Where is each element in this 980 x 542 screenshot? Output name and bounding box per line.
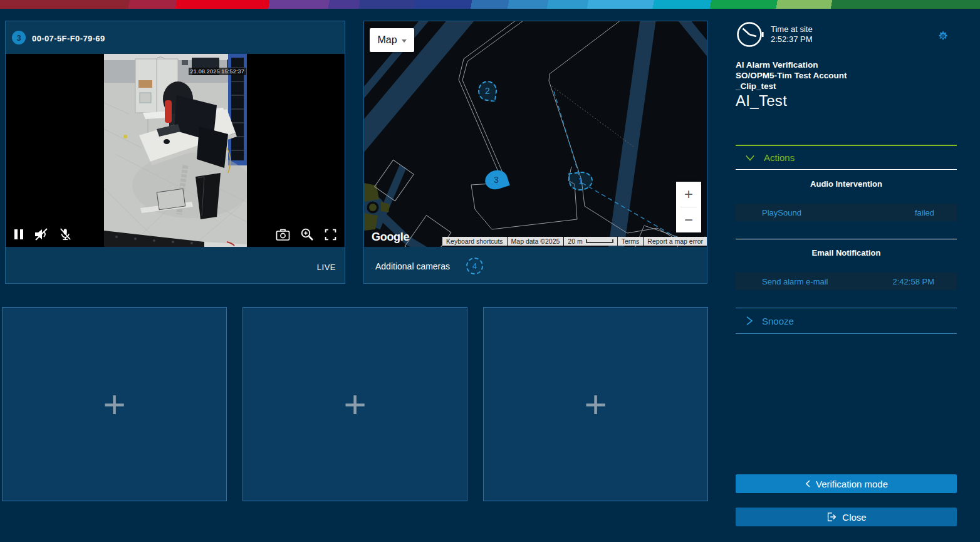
action-row: Send alarm e-mail 2:42:58 PM [736, 273, 957, 290]
chevron-down-icon [744, 153, 756, 163]
camera-snapshot-icon[interactable] [276, 228, 290, 241]
camera-scene-illustration [104, 54, 247, 247]
map-zoom-in-button[interactable]: + [676, 182, 701, 207]
map-type-label: Map [377, 34, 397, 46]
plus-icon: + [343, 385, 366, 424]
alarm-name: AI_Test [736, 92, 787, 110]
snooze-section-header[interactable]: Snooze [736, 308, 957, 334]
chevron-left-icon [805, 479, 811, 488]
action-label: Send alarm e-mail [762, 277, 828, 286]
actions-header-label: Actions [764, 152, 795, 163]
map-scale: 20 m [564, 237, 617, 246]
close-button[interactable]: Close [736, 508, 957, 526]
chevron-right-icon [744, 315, 754, 326]
map-scale-label: 20 m [568, 237, 582, 245]
time-at-site-value: 2:52:37 PM [771, 34, 813, 44]
video-controls-left [13, 227, 72, 241]
close-label: Close [842, 512, 866, 523]
alarm-account: SO/OPM5-Tim Test Account [736, 70, 847, 81]
map-background [364, 21, 707, 247]
fullscreen-icon[interactable] [324, 228, 337, 241]
map-data-label: Map data ©2025 [508, 237, 564, 246]
terms-link[interactable]: Terms [618, 237, 644, 246]
verification-mode-button[interactable]: Verification mode [736, 474, 957, 493]
empty-camera-slot-1[interactable]: + [2, 307, 227, 501]
action-row: PlaySound failed [736, 204, 957, 221]
map-caret-icon [402, 39, 407, 43]
alarm-side-panel: Time at site 2:52:37 PM AI Alarm Verific… [736, 21, 957, 531]
camera-tile: 3 00-07-5F-F0-79-69 [5, 21, 345, 284]
actions-section-header[interactable]: Actions [736, 146, 957, 170]
plus-icon: + [584, 385, 607, 424]
clock-icon [736, 21, 764, 50]
video-controls-right [276, 227, 337, 241]
map-canvas[interactable]: 2 3 1 Map + − Google Keyboard shortcuts … [364, 21, 707, 247]
verification-mode-label: Verification mode [816, 479, 888, 489]
google-logo: Google [372, 231, 409, 244]
alarm-verification-app: { "colors": { "accent_green": "#84BD22",… [0, 0, 980, 542]
alarm-clip: _Clip_test [736, 81, 847, 91]
exit-icon [826, 511, 837, 523]
snooze-header-label: Snooze [762, 316, 794, 326]
map-zoom-control: + − [676, 182, 701, 232]
zoom-in-icon[interactable] [300, 227, 314, 241]
alarm-type: AI Alarm Verification [736, 60, 847, 70]
keyboard-shortcuts-link[interactable]: Keyboard shortcuts [442, 237, 506, 246]
plus-icon: + [103, 385, 125, 424]
map-scale-bar [586, 239, 613, 243]
map-attribution-bar: Keyboard shortcuts Map data ©2025 20 m T… [442, 237, 707, 246]
video-timestamp-overlay: 21.08.2025 15:52:37 [189, 68, 246, 75]
alarm-info: AI Alarm Verification SO/OPM5-Tim Test A… [736, 60, 847, 91]
additional-cameras-count-badge[interactable]: 4 [466, 258, 483, 274]
time-at-site-label: Time at site [771, 24, 813, 34]
action-label: PlaySound [762, 208, 801, 217]
live-status-label: LIVE [317, 263, 336, 272]
action-group-title: Email Notification [736, 248, 957, 258]
camera-number-badge: 3 [12, 31, 26, 44]
map-type-button[interactable]: Map [370, 28, 414, 52]
empty-camera-slot-3[interactable]: + [483, 307, 708, 501]
gear-icon[interactable] [935, 29, 949, 43]
empty-camera-slot-2[interactable]: + [242, 307, 467, 501]
camera-video-frame: 21.08.2025 15:52:37 [104, 54, 247, 247]
video-viewport[interactable]: 21.08.2025 15:52:37 [6, 54, 345, 247]
mic-muted-icon[interactable] [58, 227, 72, 241]
additional-cameras-label: Additional cameras [375, 261, 450, 271]
report-map-error-link[interactable]: Report a map error [644, 237, 707, 246]
brand-color-stripe [0, 0, 980, 9]
pause-icon[interactable] [13, 228, 24, 241]
section-divider [736, 239, 957, 239]
speaker-muted-icon[interactable] [34, 228, 49, 241]
action-status: 2:42:58 PM [893, 277, 935, 286]
action-status: failed [915, 208, 934, 217]
camera-title: 00-07-5F-F0-79-69 [32, 34, 105, 43]
map-tile: 2 3 1 Map + − Google Keyboard shortcuts … [363, 21, 707, 284]
action-group-title: Audio Intervention [736, 179, 957, 189]
map-zoom-out-button[interactable]: − [676, 207, 701, 232]
